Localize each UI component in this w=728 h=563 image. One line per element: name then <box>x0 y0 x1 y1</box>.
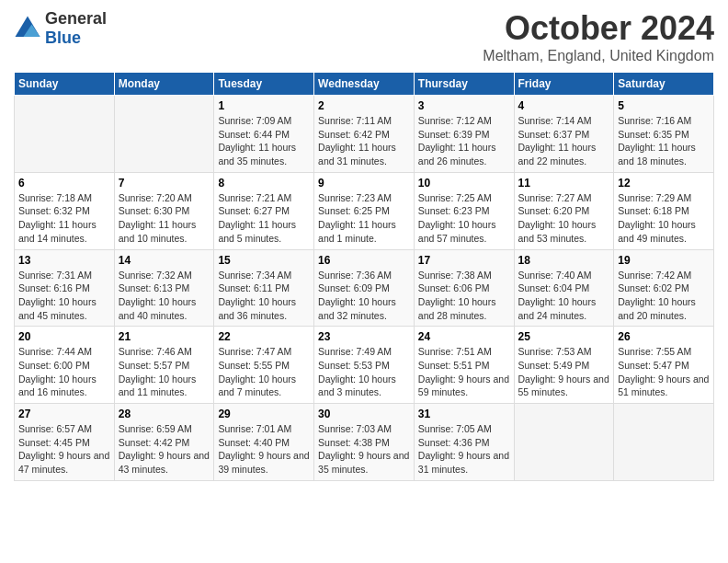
cell-content: Sunrise: 7:11 AM Sunset: 6:42 PM Dayligh… <box>318 114 410 168</box>
cell-content: Sunrise: 7:16 AM Sunset: 6:35 PM Dayligh… <box>618 114 710 168</box>
cell-content: Sunrise: 7:12 AM Sunset: 6:39 PM Dayligh… <box>418 114 510 168</box>
cell-content: Sunrise: 7:31 AM Sunset: 6:16 PM Dayligh… <box>18 269 110 323</box>
day-of-week-header: Tuesday <box>214 73 314 96</box>
calendar-cell: 21Sunrise: 7:46 AM Sunset: 5:57 PM Dayli… <box>114 327 214 404</box>
day-header-row: SundayMondayTuesdayWednesdayThursdayFrid… <box>15 73 714 96</box>
day-number: 23 <box>318 330 410 343</box>
page-header: General Blue October 2024 Meltham, Engla… <box>14 9 714 64</box>
calendar-cell: 3Sunrise: 7:12 AM Sunset: 6:39 PM Daylig… <box>414 96 514 173</box>
cell-content: Sunrise: 7:01 AM Sunset: 4:40 PM Dayligh… <box>218 422 310 477</box>
calendar-cell: 17Sunrise: 7:38 AM Sunset: 6:06 PM Dayli… <box>414 249 514 327</box>
cell-content: Sunrise: 7:21 AM Sunset: 6:27 PM Dayligh… <box>218 191 310 246</box>
day-number: 1 <box>218 99 310 112</box>
calendar-header: SundayMondayTuesdayWednesdayThursdayFrid… <box>15 73 714 96</box>
calendar-cell <box>15 96 115 173</box>
day-number: 20 <box>18 330 110 343</box>
calendar-table: SundayMondayTuesdayWednesdayThursdayFrid… <box>14 72 714 481</box>
cell-content: Sunrise: 7:18 AM Sunset: 6:32 PM Dayligh… <box>18 191 110 246</box>
day-number: 14 <box>119 254 210 267</box>
day-of-week-header: Friday <box>514 73 614 96</box>
calendar-week-row: 13Sunrise: 7:31 AM Sunset: 6:16 PM Dayli… <box>15 249 714 327</box>
cell-content: Sunrise: 7:44 AM Sunset: 6:00 PM Dayligh… <box>18 345 110 399</box>
calendar-week-row: 1Sunrise: 7:09 AM Sunset: 6:44 PM Daylig… <box>15 96 714 173</box>
day-number: 10 <box>418 177 510 190</box>
cell-content: Sunrise: 7:20 AM Sunset: 6:30 PM Dayligh… <box>119 191 210 246</box>
day-number: 2 <box>318 99 410 112</box>
cell-content: Sunrise: 7:49 AM Sunset: 5:53 PM Dayligh… <box>318 345 410 399</box>
cell-content: Sunrise: 7:34 AM Sunset: 6:11 PM Dayligh… <box>218 269 310 323</box>
calendar-cell: 12Sunrise: 7:29 AM Sunset: 6:18 PM Dayli… <box>614 172 714 249</box>
cell-content: Sunrise: 7:42 AM Sunset: 6:02 PM Dayligh… <box>618 269 710 323</box>
calendar-week-row: 27Sunrise: 6:57 AM Sunset: 4:45 PM Dayli… <box>15 404 714 481</box>
day-number: 19 <box>618 254 710 267</box>
day-number: 4 <box>518 99 610 112</box>
calendar-cell: 26Sunrise: 7:55 AM Sunset: 5:47 PM Dayli… <box>614 327 714 404</box>
calendar-body: 1Sunrise: 7:09 AM Sunset: 6:44 PM Daylig… <box>15 96 714 481</box>
cell-content: Sunrise: 7:51 AM Sunset: 5:51 PM Dayligh… <box>418 345 510 399</box>
calendar-cell: 8Sunrise: 7:21 AM Sunset: 6:27 PM Daylig… <box>214 172 314 249</box>
calendar-cell: 10Sunrise: 7:25 AM Sunset: 6:23 PM Dayli… <box>414 172 514 249</box>
day-of-week-header: Thursday <box>414 73 514 96</box>
calendar-cell: 11Sunrise: 7:27 AM Sunset: 6:20 PM Dayli… <box>514 172 614 249</box>
cell-content: Sunrise: 7:47 AM Sunset: 5:55 PM Dayligh… <box>218 345 310 399</box>
day-of-week-header: Wednesday <box>314 73 415 96</box>
calendar-week-row: 20Sunrise: 7:44 AM Sunset: 6:00 PM Dayli… <box>15 327 714 404</box>
cell-content: Sunrise: 7:32 AM Sunset: 6:13 PM Dayligh… <box>119 269 210 323</box>
day-number: 15 <box>218 254 310 267</box>
day-number: 27 <box>18 408 110 420</box>
calendar-cell: 14Sunrise: 7:32 AM Sunset: 6:13 PM Dayli… <box>114 249 214 327</box>
logo-blue: Blue <box>45 29 81 47</box>
cell-content: Sunrise: 7:46 AM Sunset: 5:57 PM Dayligh… <box>119 345 210 399</box>
day-number: 29 <box>218 408 310 420</box>
cell-content: Sunrise: 7:14 AM Sunset: 6:37 PM Dayligh… <box>518 114 610 168</box>
day-number: 13 <box>18 254 110 267</box>
logo-text: General Blue <box>45 9 107 48</box>
calendar-cell: 13Sunrise: 7:31 AM Sunset: 6:16 PM Dayli… <box>15 249 115 327</box>
calendar-cell: 18Sunrise: 7:40 AM Sunset: 6:04 PM Dayli… <box>514 249 614 327</box>
cell-content: Sunrise: 6:59 AM Sunset: 4:42 PM Dayligh… <box>119 422 210 477</box>
calendar-cell: 28Sunrise: 6:59 AM Sunset: 4:42 PM Dayli… <box>114 404 214 481</box>
calendar-cell: 30Sunrise: 7:03 AM Sunset: 4:38 PM Dayli… <box>314 404 415 481</box>
day-number: 7 <box>119 177 210 190</box>
calendar-cell: 15Sunrise: 7:34 AM Sunset: 6:11 PM Dayli… <box>214 249 314 327</box>
day-number: 8 <box>218 177 310 190</box>
calendar-cell: 25Sunrise: 7:53 AM Sunset: 5:49 PM Dayli… <box>514 327 614 404</box>
calendar-cell <box>114 96 214 173</box>
cell-content: Sunrise: 7:03 AM Sunset: 4:38 PM Dayligh… <box>318 422 410 477</box>
calendar-cell: 4Sunrise: 7:14 AM Sunset: 6:37 PM Daylig… <box>514 96 614 173</box>
month-title: October 2024 <box>483 9 714 48</box>
day-number: 9 <box>318 177 410 190</box>
logo-icon <box>14 15 41 42</box>
day-number: 22 <box>218 330 310 343</box>
day-number: 30 <box>318 408 410 420</box>
cell-content: Sunrise: 7:25 AM Sunset: 6:23 PM Dayligh… <box>418 191 510 246</box>
calendar-cell: 27Sunrise: 6:57 AM Sunset: 4:45 PM Dayli… <box>15 404 115 481</box>
day-of-week-header: Saturday <box>614 73 714 96</box>
cell-content: Sunrise: 7:05 AM Sunset: 4:36 PM Dayligh… <box>418 422 510 477</box>
day-of-week-header: Monday <box>114 73 214 96</box>
location: Meltham, England, United Kingdom <box>483 48 714 64</box>
calendar-cell: 31Sunrise: 7:05 AM Sunset: 4:36 PM Dayli… <box>414 404 514 481</box>
day-number: 17 <box>418 254 510 267</box>
day-number: 12 <box>618 177 710 190</box>
cell-content: Sunrise: 7:23 AM Sunset: 6:25 PM Dayligh… <box>318 191 410 246</box>
calendar-cell: 23Sunrise: 7:49 AM Sunset: 5:53 PM Dayli… <box>314 327 415 404</box>
cell-content: Sunrise: 7:40 AM Sunset: 6:04 PM Dayligh… <box>518 269 610 323</box>
calendar-cell: 19Sunrise: 7:42 AM Sunset: 6:02 PM Dayli… <box>614 249 714 327</box>
cell-content: Sunrise: 7:55 AM Sunset: 5:47 PM Dayligh… <box>618 345 710 399</box>
calendar-cell: 2Sunrise: 7:11 AM Sunset: 6:42 PM Daylig… <box>314 96 415 173</box>
day-number: 5 <box>618 99 710 112</box>
calendar-cell: 16Sunrise: 7:36 AM Sunset: 6:09 PM Dayli… <box>314 249 415 327</box>
calendar-cell: 6Sunrise: 7:18 AM Sunset: 6:32 PM Daylig… <box>15 172 115 249</box>
calendar-cell: 20Sunrise: 7:44 AM Sunset: 6:00 PM Dayli… <box>15 327 115 404</box>
cell-content: Sunrise: 7:27 AM Sunset: 6:20 PM Dayligh… <box>518 191 610 246</box>
calendar-cell: 9Sunrise: 7:23 AM Sunset: 6:25 PM Daylig… <box>314 172 415 249</box>
title-block: October 2024 Meltham, England, United Ki… <box>483 9 714 64</box>
cell-content: Sunrise: 7:36 AM Sunset: 6:09 PM Dayligh… <box>318 269 410 323</box>
day-number: 11 <box>518 177 610 190</box>
day-number: 18 <box>518 254 610 267</box>
calendar-cell: 5Sunrise: 7:16 AM Sunset: 6:35 PM Daylig… <box>614 96 714 173</box>
day-number: 3 <box>418 99 510 112</box>
day-of-week-header: Sunday <box>15 73 115 96</box>
calendar-cell: 7Sunrise: 7:20 AM Sunset: 6:30 PM Daylig… <box>114 172 214 249</box>
